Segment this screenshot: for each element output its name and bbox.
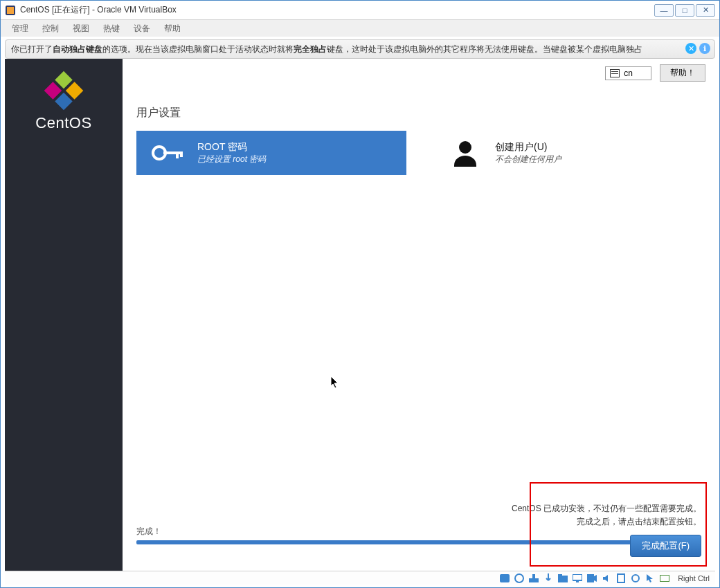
- svg-rect-13: [529, 578, 539, 582]
- root-card-subtitle: 已经设置 root 密码: [197, 154, 266, 165]
- menubar: 管理 控制 视图 热键 设备 帮助: [1, 20, 719, 37]
- finish-block: CentOS 已成功安装，不过仍有一些配置需要完成。 完成之后，请点击结束配置按…: [512, 503, 701, 557]
- menu-manage[interactable]: 管理: [5, 21, 35, 37]
- virtualbox-icon: [5, 5, 16, 16]
- svg-rect-22: [660, 575, 669, 582]
- keyboard-layout-indicator[interactable]: cn: [605, 66, 651, 80]
- optical-icon[interactable]: [514, 573, 524, 583]
- svg-rect-1: [7, 7, 14, 14]
- network-icon[interactable]: [528, 573, 539, 583]
- notif-bold2: 完全独占: [294, 44, 327, 55]
- notif-dismiss-icon[interactable]: ✕: [685, 43, 696, 54]
- usb-icon[interactable]: [543, 573, 553, 583]
- svg-rect-5: [55, 93, 72, 110]
- svg-rect-19: [587, 574, 594, 582]
- user-icon: [447, 138, 484, 168]
- svg-rect-14: [532, 574, 535, 578]
- svg-point-12: [515, 574, 523, 582]
- svg-rect-9: [180, 151, 183, 157]
- svg-rect-16: [558, 574, 562, 576]
- user-card-subtitle: 不会创建任何用户: [495, 154, 561, 165]
- svg-rect-11: [500, 574, 510, 582]
- mouse-integration-icon[interactable]: [645, 573, 655, 583]
- menu-help[interactable]: 帮助: [157, 21, 188, 37]
- hdd-icon[interactable]: [499, 573, 510, 583]
- key-icon: [149, 143, 186, 163]
- centos-installer: CentOS cn 帮助！ 用户设置: [5, 59, 715, 571]
- installer-sidebar: CentOS: [5, 59, 123, 571]
- minimize-button[interactable]: ―: [654, 4, 674, 17]
- svg-rect-17: [573, 574, 582, 580]
- window-controls: ― □ ✕: [654, 4, 715, 17]
- svg-rect-18: [576, 580, 579, 582]
- menu-hotkeys[interactable]: 热键: [96, 21, 127, 37]
- root-card-title: ROOT 密码: [197, 141, 266, 154]
- menu-control[interactable]: 控制: [35, 21, 66, 37]
- installer-topbar: cn 帮助！: [605, 64, 705, 82]
- notif-bold1: 自动独占键盘: [53, 44, 102, 55]
- installer-main: cn 帮助！ 用户设置: [123, 59, 715, 571]
- menu-view[interactable]: 视图: [66, 21, 96, 37]
- vm-display[interactable]: CentOS cn 帮助！ 用户设置: [5, 59, 715, 585]
- recording-icon[interactable]: [586, 573, 597, 583]
- mouse-cursor-icon: [330, 376, 340, 389]
- section-title: 用户设置: [136, 106, 181, 120]
- maximize-button[interactable]: □: [675, 4, 694, 17]
- clipboard-icon[interactable]: [615, 573, 626, 583]
- svg-rect-15: [558, 576, 568, 582]
- menu-devices[interactable]: 设备: [127, 21, 157, 37]
- finish-line2: 完成之后，请点击结束配置按钮。: [512, 516, 701, 528]
- audio-icon[interactable]: [601, 573, 611, 583]
- notif-mid: 的选项。现在当该虚拟电脑窗口处于活动状态时就将: [102, 44, 294, 55]
- finish-configuration-button[interactable]: 完成配置(F): [630, 535, 701, 557]
- root-password-card[interactable]: ROOT 密码 已经设置 root 密码: [136, 131, 406, 175]
- help-button[interactable]: 帮助！: [660, 64, 705, 82]
- close-button[interactable]: ✕: [696, 4, 715, 17]
- keyboard-layout-label: cn: [624, 68, 633, 78]
- display-icon[interactable]: [572, 573, 582, 583]
- svg-point-21: [632, 575, 639, 582]
- svg-rect-3: [66, 82, 83, 99]
- centos-brand: CentOS: [35, 114, 91, 132]
- notif-prefix: 你已打开了: [11, 44, 53, 55]
- svg-rect-8: [176, 151, 179, 158]
- window-title: CentOS [正在运行] - Oracle VM VirtualBox: [20, 4, 654, 16]
- finish-line1: CentOS 已成功安装，不过仍有一些配置需要完成。: [512, 503, 701, 515]
- centos-logo-icon: [42, 68, 86, 113]
- svg-rect-20: [618, 574, 624, 582]
- svg-rect-2: [55, 71, 72, 89]
- keyboard-icon: [610, 69, 620, 77]
- keyboard-capture-notification: 你已打开了 自动独占键盘 的选项。现在当该虚拟电脑窗口处于活动状态时就将 完全独…: [5, 39, 715, 59]
- shared-folders-icon[interactable]: [557, 573, 568, 583]
- dragdrop-icon[interactable]: [630, 573, 640, 583]
- virtualbox-statusbar: Right Ctrl: [5, 571, 715, 585]
- host-key-label: Right Ctrl: [678, 574, 710, 582]
- virtualbox-window: CentOS [正在运行] - Oracle VM VirtualBox ― □…: [0, 0, 720, 588]
- config-cards: ROOT 密码 已经设置 root 密码 创: [136, 131, 701, 175]
- notif-suffix: 键盘，这时处于该虚拟电脑外的其它程序将无法使用键盘。当键盘被某个虚拟电脑独占: [327, 44, 642, 55]
- titlebar: CentOS [正在运行] - Oracle VM VirtualBox ― □…: [1, 1, 719, 20]
- svg-rect-4: [44, 82, 62, 99]
- create-user-card[interactable]: 创建用户(U) 不会创建任何用户: [434, 131, 574, 175]
- keyboard-capture-icon[interactable]: [659, 573, 669, 583]
- svg-point-10: [459, 141, 471, 154]
- user-card-title: 创建用户(U): [495, 141, 561, 154]
- notif-info-icon[interactable]: ℹ: [699, 43, 710, 54]
